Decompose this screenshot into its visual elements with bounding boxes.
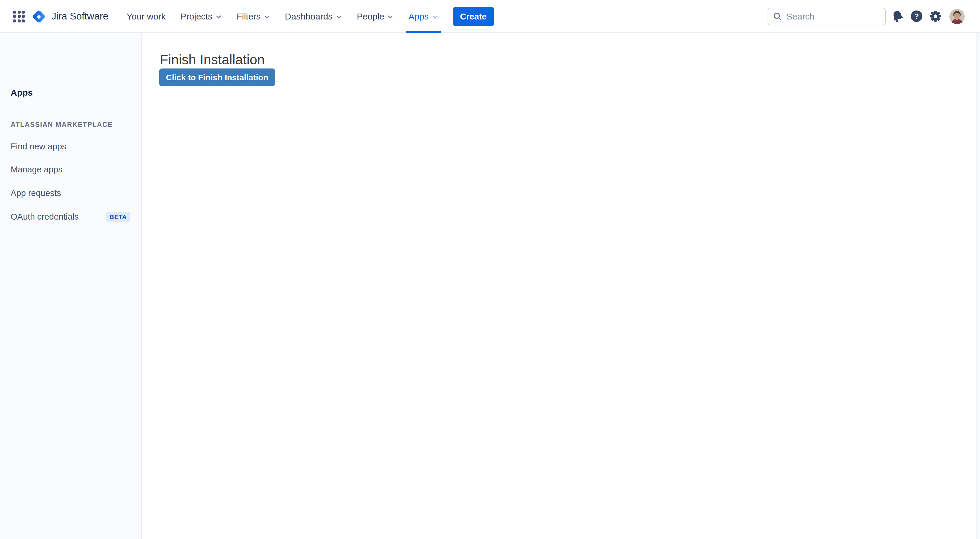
nav-item-your-work[interactable]: Your work — [126, 0, 166, 33]
question-mark-icon: ? — [910, 10, 923, 23]
vertical-scrollbar[interactable] — [976, 33, 980, 539]
app-switcher-icon[interactable] — [12, 9, 26, 23]
jira-home-link[interactable]: Jira Software — [32, 9, 108, 23]
grid-dot — [18, 19, 21, 22]
chevron-down-icon — [215, 14, 222, 20]
grid-dot — [18, 15, 21, 18]
product-name: Jira Software — [51, 10, 108, 22]
user-avatar[interactable] — [949, 8, 965, 24]
top-navigation-bar: Jira Software Your work Projects Filters… — [0, 0, 980, 33]
bell-icon — [889, 8, 906, 25]
page-title: Finish Installation — [160, 51, 265, 69]
sidebar-item-app-requests[interactable]: App requests — [0, 187, 141, 199]
chevron-down-icon — [431, 14, 438, 20]
main-navigation: Your work Projects Filters Dashboards — [126, 0, 439, 33]
sidebar-item-manage-apps[interactable]: Manage apps — [0, 164, 141, 175]
settings-button[interactable] — [926, 7, 945, 26]
grid-dot — [18, 10, 21, 13]
jira-logo-icon — [32, 9, 46, 23]
sidebar-section-label: ATLASSIAN MARKETPLACE — [11, 121, 113, 129]
nav-label: Projects — [181, 11, 212, 21]
nav-label: Filters — [237, 11, 261, 21]
main-content: Finish Installation Click to Finish Inst… — [142, 33, 980, 539]
nav-item-apps[interactable]: Apps — [408, 0, 439, 33]
notifications-button[interactable] — [888, 7, 907, 26]
nav-item-people[interactable]: People — [356, 0, 394, 33]
grid-dot — [22, 19, 25, 22]
jira-app-window: Jira Software Your work Projects Filters… — [0, 0, 980, 539]
help-button[interactable]: ? — [907, 7, 926, 26]
create-button[interactable]: Create — [453, 7, 493, 26]
sidebar-item-find-new-apps[interactable]: Find new apps — [0, 140, 141, 152]
sidebar-item-label: Manage apps — [11, 165, 62, 174]
search-icon — [773, 12, 782, 21]
nav-label: Apps — [409, 11, 429, 21]
search-box — [768, 7, 886, 25]
nav-item-projects[interactable]: Projects — [180, 0, 223, 33]
sidebar-item-label: OAuth credentials — [11, 212, 79, 222]
apps-sidebar: Apps ATLASSIAN MARKETPLACE Find new apps… — [0, 33, 142, 539]
search-input[interactable] — [768, 7, 886, 25]
active-tab-indicator — [406, 30, 441, 33]
sidebar-title: Apps — [11, 88, 33, 98]
svg-text:?: ? — [914, 12, 919, 21]
nav-label: Your work — [127, 11, 165, 21]
sidebar-item-label: Find new apps — [11, 142, 66, 151]
nav-item-filters[interactable]: Filters — [236, 0, 271, 33]
chevron-down-icon — [264, 14, 270, 20]
sidebar-item-label: App requests — [11, 188, 61, 198]
grid-dot — [22, 10, 25, 13]
nav-item-dashboards[interactable]: Dashboards — [285, 0, 343, 33]
sidebar-item-oauth-credentials[interactable]: OAuth credentials BETA — [0, 211, 141, 223]
grid-dot — [13, 15, 16, 18]
gear-icon — [928, 10, 942, 23]
beta-badge: BETA — [106, 212, 130, 222]
avatar-photo — [949, 8, 965, 24]
chevron-down-icon — [336, 14, 342, 20]
nav-label: People — [357, 11, 384, 21]
finish-installation-button[interactable]: Click to Finish Installation — [159, 69, 275, 86]
grid-dot — [22, 15, 25, 18]
grid-dot — [13, 10, 16, 13]
nav-label: Dashboards — [285, 11, 333, 21]
chevron-down-icon — [387, 14, 394, 20]
grid-dot — [13, 19, 16, 22]
